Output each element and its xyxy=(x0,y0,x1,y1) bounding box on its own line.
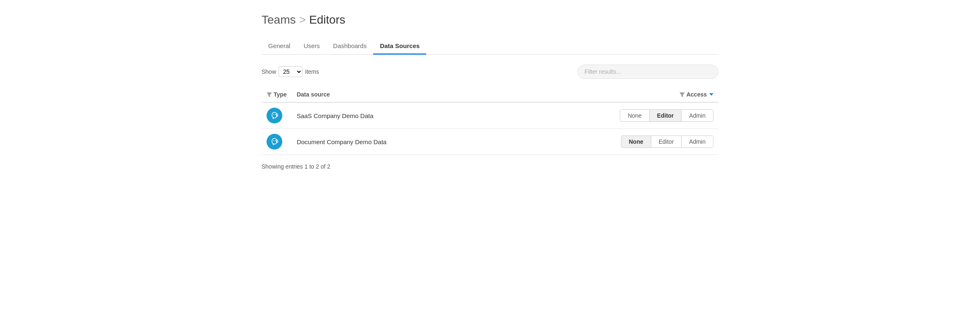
access-btn-group: NoneEditorAdmin xyxy=(621,135,713,148)
access-cell: NoneEditorAdmin xyxy=(501,102,718,129)
type-cell xyxy=(262,129,292,155)
svg-point-1 xyxy=(273,114,274,115)
show-select[interactable]: 25 10 50 100 xyxy=(279,66,303,77)
tab-users[interactable]: Users xyxy=(297,38,326,55)
col-header-access: Access xyxy=(501,87,718,102)
breadcrumb-teams: Teams xyxy=(262,13,296,27)
datasource-name: SaaS Company Demo Data xyxy=(292,102,501,129)
filter-icon-access xyxy=(679,91,685,98)
col-type-label: Type xyxy=(274,91,287,98)
svg-point-6 xyxy=(275,140,276,141)
breadcrumb-current: Editors xyxy=(309,13,345,27)
access-btn-none[interactable]: None xyxy=(620,110,649,121)
db-type-icon xyxy=(267,134,282,150)
datasource-name: Document Company Demo Data xyxy=(292,129,501,155)
tab-data-sources[interactable]: Data Sources xyxy=(373,38,426,55)
col-header-datasource: Data source xyxy=(292,87,501,102)
breadcrumb: Teams > Editors xyxy=(262,13,718,27)
table-row: SaaS Company Demo DataNoneEditorAdmin xyxy=(262,102,718,129)
db-type-icon xyxy=(267,108,282,123)
table-row: Document Company Demo DataNoneEditorAdmi… xyxy=(262,129,718,155)
access-btn-editor[interactable]: Editor xyxy=(650,110,682,121)
toolbar: Show 25 10 50 100 items xyxy=(262,65,718,79)
tab-general[interactable]: General xyxy=(262,38,297,55)
svg-point-2 xyxy=(275,114,276,115)
data-sources-table: Type Data source Access xyxy=(262,87,718,155)
filter-icon-type xyxy=(267,91,272,98)
access-btn-admin[interactable]: Admin xyxy=(682,136,713,147)
show-items-control: Show 25 10 50 100 items xyxy=(262,66,319,77)
access-btn-group: NoneEditorAdmin xyxy=(620,109,713,122)
type-cell xyxy=(262,102,292,129)
access-sort-icon[interactable] xyxy=(709,93,713,96)
show-label: Show xyxy=(262,68,276,75)
filter-input[interactable] xyxy=(577,65,718,79)
page-container: Teams > Editors General Users Dashboards… xyxy=(245,0,735,186)
breadcrumb-separator: > xyxy=(299,13,306,27)
showing-entries: Showing entries 1 to 2 of 2 xyxy=(262,163,718,170)
tab-dashboards[interactable]: Dashboards xyxy=(327,38,374,55)
svg-point-5 xyxy=(273,140,274,141)
items-label: items xyxy=(305,68,319,75)
col-header-type: Type xyxy=(262,87,292,102)
access-btn-editor[interactable]: Editor xyxy=(651,136,682,147)
access-btn-admin[interactable]: Admin xyxy=(682,110,713,121)
access-cell: NoneEditorAdmin xyxy=(501,129,718,155)
tab-bar: General Users Dashboards Data Sources xyxy=(262,38,718,55)
col-access-label: Access xyxy=(686,91,707,98)
access-btn-none[interactable]: None xyxy=(621,136,651,147)
